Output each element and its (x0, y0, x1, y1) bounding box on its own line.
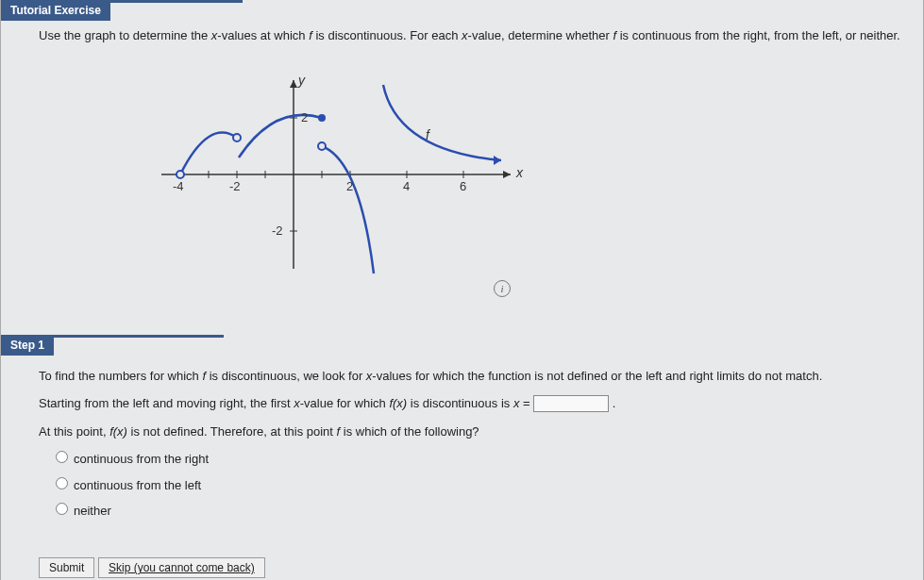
xtick-2: 2 (346, 179, 353, 193)
xtick-neg2: -2 (229, 179, 241, 193)
y-axis-label: y (298, 73, 305, 88)
text: To find the numbers for which (39, 369, 202, 383)
ytick-neg2: -2 (272, 224, 283, 238)
svg-marker-1 (503, 171, 511, 178)
instruction-text: Use the graph to determine the x-values … (39, 28, 900, 42)
function-label: f (426, 127, 429, 142)
graph-svg (114, 52, 567, 288)
tutorial-header-row: Tutorial Exercise (1, 0, 923, 21)
option-label: continuous from the left (74, 478, 201, 492)
button-row: Submit Skip (you cannot come back) (39, 557, 923, 580)
tutorial-content: Use the graph to determine the x-values … (1, 21, 923, 307)
radio-left[interactable] (56, 477, 68, 489)
svg-point-16 (318, 114, 326, 122)
text: -value, determine whether (468, 28, 613, 42)
svg-point-17 (318, 142, 326, 150)
skip-button[interactable]: Skip (you cannot come back) (98, 557, 265, 578)
option-right[interactable]: continuous from the right (56, 448, 900, 470)
info-icon[interactable]: i (494, 280, 511, 297)
option-neither[interactable]: neither (56, 500, 900, 522)
radio-right[interactable] (56, 451, 68, 463)
option-left[interactable]: continuous from the left (56, 474, 900, 496)
svg-marker-18 (494, 156, 501, 165)
option-label: continuous from the right (74, 452, 209, 466)
text: = (519, 396, 533, 410)
var-fx: f(x) (389, 396, 407, 410)
text: is not defined. Therefore, at this point (127, 424, 337, 439)
xtick-neg4: -4 (173, 179, 184, 193)
text: is which of the following? (340, 424, 479, 439)
ytick-2: 2 (301, 110, 308, 124)
text: -values at which (217, 28, 309, 42)
option-label: neither (74, 504, 111, 518)
var-fx: f(x) (109, 424, 127, 439)
x-value-input[interactable] (533, 395, 609, 412)
options-group: continuous from the right continuous fro… (56, 448, 900, 522)
step1-header-row: Step 1 (1, 335, 923, 356)
step1-section: Step 1 To find the numbers for which f i… (1, 335, 923, 540)
text: . (609, 396, 615, 410)
step1-header: Step 1 (1, 335, 54, 356)
step1-body: To find the numbers for which f is disco… (1, 356, 923, 540)
step1-line2: Starting from the left and moving right,… (39, 392, 900, 414)
radio-neither[interactable] (56, 503, 68, 515)
text: Starting from the left and moving right,… (39, 396, 294, 410)
step1-line1: To find the numbers for which f is disco… (39, 365, 900, 387)
text: is discontinuous, we look for (206, 369, 366, 383)
text: is discontinuous. For each (312, 28, 462, 42)
text: is discontinuous is (407, 396, 513, 410)
text: At this point, (39, 424, 109, 439)
xtick-4: 4 (403, 179, 410, 193)
step1-line3: At this point, f(x) is not defined. Ther… (39, 421, 900, 442)
submit-button[interactable]: Submit (39, 557, 94, 578)
svg-point-15 (233, 134, 241, 141)
x-axis-label: x (516, 165, 523, 180)
svg-point-14 (176, 171, 184, 178)
tutorial-container: Tutorial Exercise Use the graph to deter… (0, 0, 924, 580)
text: is continuous from the right, from the l… (616, 28, 900, 42)
svg-marker-3 (290, 80, 297, 88)
accent-bar (54, 335, 224, 338)
accent-bar (110, 0, 243, 3)
graph: y x f -4 -2 2 4 6 2 -2 i (114, 52, 567, 288)
text: -values for which the function is not de… (372, 369, 822, 383)
text: Use the graph to determine the (39, 28, 211, 42)
xtick-6: 6 (460, 179, 466, 193)
tutorial-header: Tutorial Exercise (1, 0, 110, 21)
text: -value for which (300, 396, 390, 410)
